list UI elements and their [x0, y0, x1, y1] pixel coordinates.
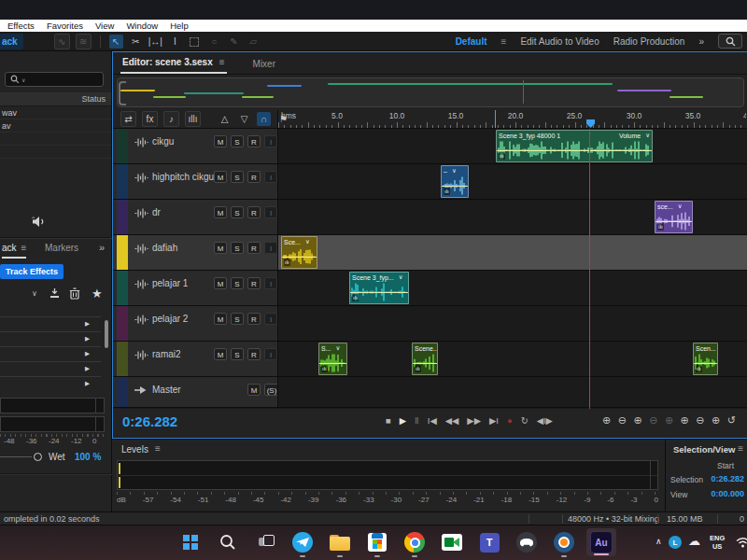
zoom-selected-track-button[interactable]: ⊕: [665, 414, 673, 427]
fx-slot[interactable]: ▶: [0, 361, 101, 376]
audio-clip[interactable]: –∨ılı: [441, 165, 469, 198]
meet-taskbar-icon[interactable]: [437, 526, 467, 558]
fx-scrollbar[interactable]: [105, 320, 108, 348]
track-name[interactable]: dafiah: [152, 243, 177, 253]
search-taskbar-icon[interactable]: [213, 526, 243, 558]
onedrive-cloud-icon[interactable]: ☁: [688, 534, 700, 560]
track-header-dafiah[interactable]: dafiahMSRI: [113, 235, 277, 270]
track-solo-button[interactable]: S: [231, 277, 244, 289]
time-display[interactable]: 0:26.282: [122, 413, 177, 429]
explorer-taskbar-icon[interactable]: [325, 526, 355, 558]
timeline-ruler[interactable]: hms5.010.015.020.025.030.035.04: [277, 110, 746, 128]
marquee-tool-icon[interactable]: [188, 35, 202, 49]
lasso-tool-icon[interactable]: ○: [207, 35, 221, 49]
rewind-button[interactable]: ◀◀: [445, 415, 459, 426]
type-tool-icon[interactable]: I: [168, 35, 182, 49]
zoom-out-amplitude-button[interactable]: ⊖: [696, 414, 704, 427]
track-header-Master[interactable]: MasterM(S): [113, 377, 277, 407]
track-mute-button[interactable]: M: [214, 206, 227, 218]
tray-app-icon[interactable]: L: [669, 536, 682, 560]
snap-magnet-icon[interactable]: ∩: [257, 112, 271, 126]
track-name[interactable]: ramai2: [152, 349, 181, 359]
track-name[interactable]: pelajar 1: [152, 278, 188, 288]
wet-slider-knob[interactable]: [34, 453, 42, 461]
track-lane-pelajar-1[interactable]: Scene 3_fyp...∨ılı: [277, 271, 747, 305]
overview-playhead[interactable]: [523, 80, 524, 104]
metering-icon[interactable]: ıllı: [185, 111, 201, 127]
metronome-icon[interactable]: △: [218, 112, 232, 126]
workspace-item-radio-production[interactable]: Radio Production: [613, 36, 685, 47]
spectral-view-icon[interactable]: ≋: [76, 34, 92, 49]
track-header-pelajar-1[interactable]: pelajar 1MSRI: [113, 271, 277, 305]
clip-menu-icon[interactable]: ∨: [305, 238, 310, 245]
track-record-arm-button[interactable]: R: [247, 242, 261, 254]
track-lane-cikgu[interactable]: Scene 3_fyp 48000 1Volume∨ılı: [277, 129, 747, 163]
clip-volume-envelope[interactable]: [694, 363, 717, 364]
track-record-arm-button[interactable]: R: [247, 206, 261, 218]
panel-menu-icon[interactable]: ≡: [155, 443, 161, 454]
track-mute-button[interactable]: M: [214, 277, 227, 289]
file-row[interactable]: wav: [2, 108, 17, 118]
track-name[interactable]: highpitch cikgu: [152, 172, 214, 182]
track-header-dr[interactable]: drMSRI: [113, 200, 277, 234]
zoom-to-selection-button[interactable]: ⊕: [633, 414, 641, 427]
preset-dropdown-icon[interactable]: ∨: [32, 289, 37, 298]
file-row[interactable]: av: [2, 121, 11, 131]
clip-volume-envelope[interactable]: [319, 363, 346, 364]
start-taskbar-icon[interactable]: [176, 526, 205, 558]
panel-menu-icon[interactable]: ≡: [21, 243, 27, 253]
track-record-arm-button[interactable]: R: [247, 348, 261, 360]
teams-taskbar-icon[interactable]: T: [474, 526, 504, 558]
track-monitor-button[interactable]: I: [264, 242, 277, 254]
clip-menu-icon[interactable]: ∨: [336, 344, 341, 352]
fx-slot-arrow-icon[interactable]: ▶: [85, 380, 90, 387]
zoom-out-full-button[interactable]: ⊖: [649, 414, 657, 427]
play-button[interactable]: ▶: [400, 415, 406, 426]
tab-track[interactable]: ack≡: [2, 243, 26, 259]
track-name[interactable]: pelajar 2: [152, 314, 188, 324]
wet-value[interactable]: 100 %: [75, 452, 101, 462]
track-record-arm-button[interactable]: R: [247, 135, 261, 147]
track-mute-button[interactable]: M: [214, 171, 227, 183]
blender-taskbar-icon[interactable]: [549, 526, 579, 558]
track-solo-button[interactable]: S: [231, 206, 244, 218]
track-header-ramai2[interactable]: ramai2MSRI: [113, 342, 277, 376]
track-mute-button[interactable]: M: [214, 135, 227, 147]
language-indicator[interactable]: ENG US: [710, 535, 725, 560]
selection-start-value[interactable]: 0:26.282: [711, 474, 744, 483]
playhead-caret[interactable]: [586, 119, 595, 128]
fx-slot-arrow-icon[interactable]: ▶: [85, 320, 90, 328]
track-monitor-button[interactable]: I: [264, 277, 277, 289]
files-status-header[interactable]: Status: [0, 92, 111, 106]
clip-volume-envelope[interactable]: [497, 150, 652, 151]
track-record-arm-button[interactable]: R: [247, 313, 261, 325]
panel-overflow-icon[interactable]: »: [99, 242, 105, 253]
clip-menu-icon[interactable]: ∨: [678, 203, 683, 210]
track-name[interactable]: dr: [152, 207, 161, 217]
track-mute-button[interactable]: M: [247, 384, 261, 396]
track-header-highpitch-cikgu[interactable]: highpitch cikguMSRI: [113, 164, 277, 199]
menu-view[interactable]: View: [95, 21, 114, 31]
zoom-out-time-button[interactable]: ⊖: [618, 414, 627, 427]
move-tool-icon[interactable]: ↖: [109, 35, 123, 49]
menu-window[interactable]: Window: [126, 21, 158, 31]
skip-to-start-button[interactable]: I◀: [428, 415, 437, 426]
track-header-cikgu[interactable]: cikguMSRI: [113, 129, 277, 163]
track-name[interactable]: cikgu: [152, 136, 174, 147]
audio-clip[interactable]: Scene...∨ılı: [412, 343, 438, 375]
overview-left-handle[interactable]: [119, 81, 126, 105]
menu-effects[interactable]: Effects: [7, 21, 35, 31]
tab-editor[interactable]: Editor: scene 3.sesx≡: [120, 52, 227, 74]
fast-forward-button[interactable]: ▶▶: [467, 415, 481, 426]
files-search-box[interactable]: ∨: [5, 72, 104, 87]
audio-clip[interactable]: Scen...∨ılı: [693, 343, 718, 375]
track-monitor-button[interactable]: I: [264, 313, 277, 325]
view-start-value[interactable]: 0:00.000: [711, 489, 744, 498]
track-lane-dafiah[interactable]: Sce...∨ılı: [277, 235, 747, 270]
zoom-in-time-button[interactable]: ⊕: [602, 414, 611, 427]
clip-volume-envelope[interactable]: [350, 292, 408, 293]
workspace-menu-icon[interactable]: ≡: [501, 36, 507, 47]
delete-preset-icon[interactable]: [69, 287, 80, 301]
audio-clip[interactable]: S...∨ılı: [318, 343, 347, 375]
tab-mixer[interactable]: Mixer: [251, 54, 277, 74]
